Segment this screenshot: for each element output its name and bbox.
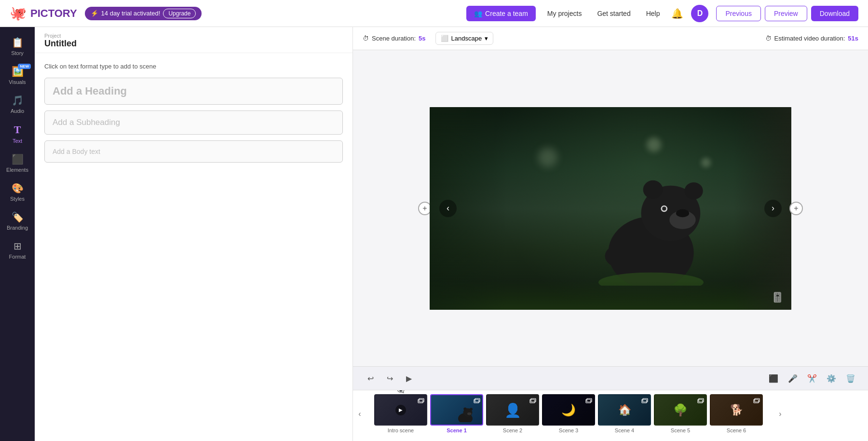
svg-point-15 xyxy=(470,408,473,411)
top-nav: 🐙 PICTORY ⚡ 14 day trial activated! Upgr… xyxy=(0,0,868,27)
sidebar-visuals-label: Visuals xyxy=(9,79,26,85)
scene-thumb-5[interactable]: 🌳 Scene 5 xyxy=(654,394,707,433)
scene1-label: Scene 1 xyxy=(447,427,467,433)
clock-icon-2: ⏱ xyxy=(765,35,772,42)
format-panel: Click on text format type to add to scen… xyxy=(35,53,353,441)
scene2-thumb-img: 👤 xyxy=(486,394,539,426)
svg-point-7 xyxy=(662,207,666,210)
intro-scene-label: Intro scene xyxy=(388,427,414,433)
sidebar-item-text[interactable]: T Text xyxy=(0,120,35,148)
text-icon: T xyxy=(14,124,21,136)
intro-play-btn[interactable]: ▶ xyxy=(395,405,406,415)
sidebar-branding-label: Branding xyxy=(7,225,28,231)
preview-button[interactable]: Preview xyxy=(765,6,807,21)
bear-svg xyxy=(583,141,719,286)
timeline-area: ‹ 👁️‍🗨️ ▶ Intro scene xyxy=(353,390,868,441)
sidebar-audio-label: Audio xyxy=(11,108,24,114)
upgrade-button[interactable]: Upgrade xyxy=(163,9,196,18)
next-scene-arrow[interactable]: › xyxy=(764,200,782,217)
sidebar-item-story[interactable]: 📋 Story xyxy=(0,33,35,60)
scissors-button[interactable]: ✂️ xyxy=(804,371,820,386)
scene5-label: Scene 5 xyxy=(671,427,690,433)
create-team-label: Create a team xyxy=(485,10,528,17)
svg-point-16 xyxy=(467,413,472,415)
project-header: Project Untitled xyxy=(35,27,353,53)
format-icon: ⊞ xyxy=(14,240,22,252)
previous-button[interactable]: Previous xyxy=(716,6,760,21)
create-team-button[interactable]: 👥 Create a team xyxy=(466,6,536,21)
canvas-image: 🎚️ ‹ › xyxy=(430,107,791,310)
bokeh-1 xyxy=(538,148,557,167)
delete-button[interactable]: 🗑️ xyxy=(843,371,858,386)
help-link[interactable]: Help xyxy=(642,10,664,17)
download-button[interactable]: Download xyxy=(811,6,858,21)
get-started-link[interactable]: Get started xyxy=(593,10,634,17)
settings-button[interactable]: ⚙️ xyxy=(824,371,839,386)
scene-duration-label: Scene duration: xyxy=(372,35,416,42)
scene-thumb-2[interactable]: 👤 Scene 2 xyxy=(486,394,539,433)
heading-format-option[interactable]: Add a Heading xyxy=(44,78,343,105)
scene1-thumb-img xyxy=(430,394,483,426)
scene-strip: 👁️‍🗨️ ▶ Intro scene xyxy=(366,390,773,437)
scene4-thumb-img: 🏠 xyxy=(598,394,651,426)
scene3-layer-icon xyxy=(585,397,592,406)
format-instruction: Click on text format type to add to scen… xyxy=(44,63,343,70)
avatar[interactable]: D xyxy=(691,5,708,22)
sidebar-item-styles[interactable]: 🎨 Styles xyxy=(0,179,35,206)
my-projects-link[interactable]: My projects xyxy=(543,10,586,17)
play-button[interactable]: ▶ xyxy=(401,371,417,386)
sidebar-styles-label: Styles xyxy=(10,196,25,202)
layout-label: Landscape xyxy=(451,35,482,42)
redo-button[interactable]: ↪ xyxy=(382,371,397,386)
add-scene-right-button[interactable]: + xyxy=(789,202,803,215)
elements-icon: ⬛ xyxy=(12,153,24,165)
scene6-label: Scene 6 xyxy=(727,427,746,433)
body-format-option[interactable]: Add a Body text xyxy=(44,140,343,163)
subheading-format-option[interactable]: Add a Subheading xyxy=(44,110,343,135)
scene2-layer-icon xyxy=(529,397,536,406)
bear-scene: 🎚️ xyxy=(430,107,791,310)
scene4-label: Scene 4 xyxy=(615,427,634,433)
svg-point-5 xyxy=(676,209,689,217)
right-area: ⏱ Scene duration: 5s ⬜ Landscape ▾ ⏱ Est… xyxy=(353,27,868,441)
timeline-scroll-left[interactable]: ‹ xyxy=(353,398,366,429)
sidebar-item-elements[interactable]: ⬛ Elements xyxy=(0,150,35,177)
clock-icon: ⏱ xyxy=(363,35,369,42)
scene-thumb-4[interactable]: 🏠 Scene 4 xyxy=(598,394,651,433)
estimated-duration-value: 51s xyxy=(848,35,858,42)
story-icon: 📋 xyxy=(12,37,24,48)
scene5-layer-icon xyxy=(697,397,704,406)
notification-bell-icon[interactable]: 🔔 xyxy=(671,8,683,19)
layout-dropdown[interactable]: ⬜ Landscape ▾ xyxy=(435,32,494,45)
main-layout: 📋 Story NEW 🖼️ Visuals 🎵 Audio T Text ⬛ … xyxy=(0,27,868,441)
scene3-label: Scene 3 xyxy=(559,427,578,433)
intro-thumb-img: ▶ xyxy=(374,394,427,426)
sidebar-elements-label: Elements xyxy=(6,167,28,173)
subtitles-button[interactable]: ⬛ xyxy=(766,371,781,386)
scene-thumb-1[interactable]: Scene 1 xyxy=(430,394,483,433)
canvas-wrapper: + xyxy=(430,107,791,310)
prev-scene-arrow[interactable]: ‹ xyxy=(439,200,457,217)
visibility-icon: 👁️‍🗨️ xyxy=(397,390,405,394)
undo-button[interactable]: ↩ xyxy=(363,371,378,386)
sidebar-format-label: Format xyxy=(9,254,26,260)
team-icon: 👥 xyxy=(474,10,482,17)
sidebar-item-visuals[interactable]: NEW 🖼️ Visuals xyxy=(0,62,35,89)
microphone-button[interactable]: 🎤 xyxy=(785,371,800,386)
svg-point-8 xyxy=(605,244,638,268)
chevron-down-icon: ▾ xyxy=(485,35,488,42)
sidebar-item-audio[interactable]: 🎵 Audio xyxy=(0,91,35,118)
sidebar-item-branding[interactable]: 🏷️ Branding xyxy=(0,207,35,234)
canvas-area: + xyxy=(353,50,868,366)
editor-toolbar: ⏱ Scene duration: 5s ⬜ Landscape ▾ ⏱ Est… xyxy=(353,27,868,50)
sidebar-item-format[interactable]: ⊞ Format xyxy=(0,236,35,263)
scene-thumb-3[interactable]: 🌙 Scene 3 xyxy=(542,394,595,433)
trial-label: 14 day trial activated! xyxy=(101,10,161,17)
audio-icon-sidebar: 🎵 xyxy=(12,95,24,106)
bottom-toolbar: ↩ ↪ ▶ ⬛ 🎤 ✂️ ⚙️ 🗑️ xyxy=(353,366,868,390)
scene6-thumb-img: 🐕 xyxy=(710,394,763,426)
branding-icon: 🏷️ xyxy=(12,211,24,223)
timeline-scroll-right[interactable]: › xyxy=(773,398,787,429)
scene-thumb-intro[interactable]: 👁️‍🗨️ ▶ Intro scene xyxy=(374,394,427,433)
scene-thumb-6[interactable]: 🐕 Scene 6 xyxy=(710,394,763,433)
